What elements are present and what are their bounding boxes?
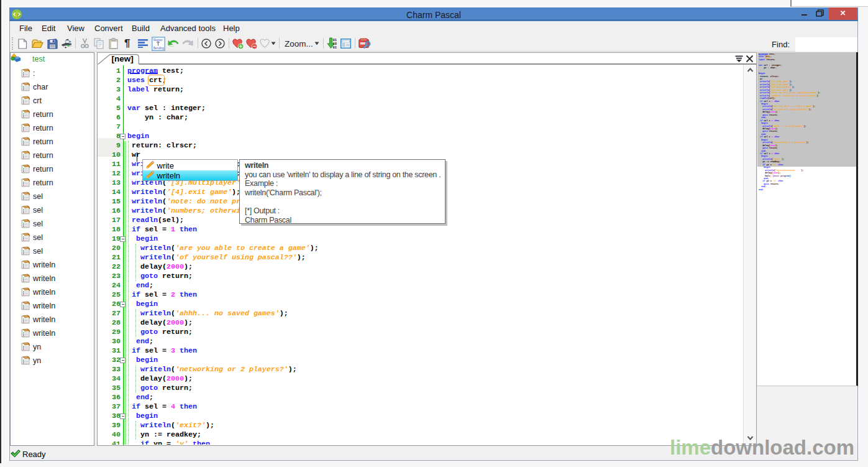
svg-text:Region: Region	[153, 39, 163, 42]
svg-text:Bending: Bending	[153, 47, 164, 50]
svg-text:01: 01	[333, 46, 337, 50]
